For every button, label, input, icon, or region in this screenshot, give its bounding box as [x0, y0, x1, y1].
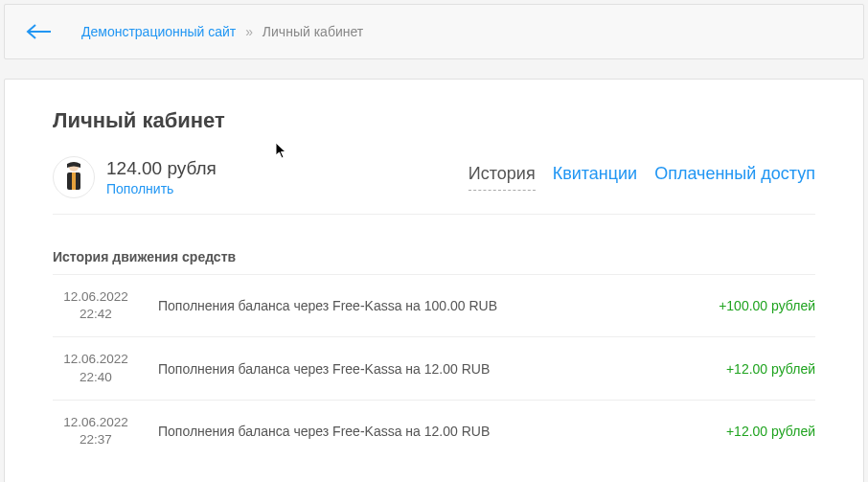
- back-button[interactable]: [24, 17, 53, 46]
- breadcrumb-separator: »: [245, 24, 253, 39]
- table-row: 12.06.2022 22:37 Пополнения баланса чере…: [53, 400, 815, 462]
- transaction-date: 12.06.2022 22:42: [53, 288, 139, 323]
- account-row: 124.00 рубля Пополнить История Квитанции…: [53, 156, 815, 215]
- breadcrumb-site-link[interactable]: Демонстрационный сайт: [81, 24, 236, 39]
- tab-receipts[interactable]: Квитанции: [553, 164, 638, 191]
- main-card: Личный кабинет 124.00 рубля Пополнить Ис…: [4, 79, 864, 482]
- transaction-amount: +12.00 рублей: [726, 361, 815, 377]
- transaction-date: 12.06.2022 22:40: [53, 351, 139, 385]
- tab-paid-access[interactable]: Оплаченный доступ: [654, 164, 815, 191]
- transaction-amount: +12.00 рублей: [726, 424, 815, 439]
- avatar: [53, 156, 95, 198]
- transaction-description: Пополнения баланса через Free-Kassa на 1…: [139, 424, 726, 439]
- tabs: История Квитанции Оплаченный доступ: [468, 164, 815, 191]
- table-row: 12.06.2022 22:40 Пополнения баланса чере…: [53, 336, 815, 399]
- transaction-date: 12.06.2022 22:37: [53, 414, 139, 448]
- transactions-list: 12.06.2022 22:42 Пополнения баланса чере…: [53, 274, 815, 462]
- balance-text: 124.00 рубля Пополнить: [106, 158, 217, 196]
- topup-link[interactable]: Пополнить: [106, 181, 217, 196]
- section-title: История движения средств: [53, 249, 815, 264]
- back-arrow-icon: [25, 23, 52, 40]
- table-row: 12.06.2022 22:42 Пополнения баланса чере…: [53, 274, 815, 336]
- tab-history[interactable]: История: [468, 164, 536, 191]
- breadcrumb-bar: Демонстрационный сайт » Личный кабинет: [4, 4, 864, 59]
- transaction-description: Пополнения баланса через Free-Kassa на 1…: [139, 298, 719, 313]
- breadcrumb: Демонстрационный сайт » Личный кабинет: [81, 24, 363, 39]
- balance-amount: 124.00 рубля: [106, 158, 217, 179]
- breadcrumb-current: Личный кабинет: [263, 24, 363, 39]
- balance-block: 124.00 рубля Пополнить: [53, 156, 217, 198]
- transaction-description: Пополнения баланса через Free-Kassa на 1…: [139, 361, 726, 377]
- person-icon: [60, 160, 87, 195]
- transaction-amount: +100.00 рублей: [719, 298, 815, 313]
- svg-rect-3: [72, 172, 76, 190]
- page-title: Личный кабинет: [53, 108, 815, 133]
